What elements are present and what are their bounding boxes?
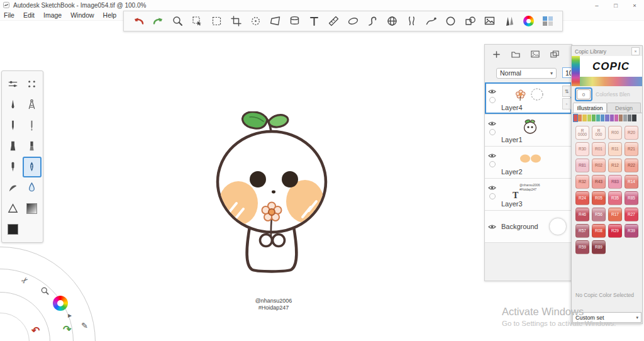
layer-menu-button[interactable]: ◦ — [562, 98, 571, 109]
copic-chip-R56[interactable]: R56 — [592, 208, 606, 221]
layer-reorder-button[interactable]: ⇅ — [562, 86, 571, 97]
visibility-eye-icon[interactable] — [488, 86, 496, 97]
brush-library-icon[interactable] — [502, 15, 515, 28]
visibility-eye-icon[interactable] — [488, 150, 496, 161]
layout-icon[interactable] — [541, 15, 554, 28]
color-wheel-puck-icon[interactable] — [53, 296, 68, 311]
copic-chip-R24[interactable]: R24 — [575, 191, 589, 205]
minimize-button[interactable]: – — [587, 0, 606, 10]
copic-group-12[interactable] — [628, 115, 631, 121]
symmetry-icon[interactable] — [405, 15, 418, 28]
predictive-stroke-icon[interactable] — [425, 15, 437, 28]
copic-group-3[interactable] — [587, 115, 591, 121]
copic-chip-R11[interactable]: R11 — [608, 142, 622, 156]
menu-help[interactable]: Help — [99, 11, 122, 19]
layer-lock-toggle[interactable] — [489, 161, 496, 167]
selection-icon[interactable] — [191, 15, 203, 28]
copic-group-1[interactable] — [578, 115, 582, 121]
layer-lock-toggle[interactable] — [489, 193, 496, 199]
copic-chip-R39[interactable]: R39 — [625, 224, 638, 238]
play-triangle-icon[interactable]: ▸ — [68, 311, 72, 320]
pencil-puck-icon[interactable]: ✎ — [81, 321, 88, 330]
marquee-icon[interactable] — [210, 15, 223, 28]
copic-chip-R01[interactable]: R01 — [592, 142, 606, 156]
tool-pencil[interactable] — [3, 115, 23, 136]
layer-row-background[interactable]: Background — [485, 211, 572, 243]
tool-solid-fill[interactable] — [3, 219, 23, 240]
copic-chip-R85[interactable]: R85 — [625, 191, 638, 205]
tool-paintbrush[interactable] — [3, 94, 23, 115]
copic-chip-R21[interactable]: R21 — [625, 142, 638, 156]
redo-puck-icon[interactable]: ↷ — [63, 323, 71, 335]
layer-row-layer3[interactable]: @nhansu2006#Hoidap247TLayer3 — [485, 179, 572, 211]
copic-group-10[interactable] — [619, 115, 623, 121]
menu-edit[interactable]: Edit — [19, 11, 40, 19]
copic-chip-R30[interactable]: R30 — [575, 142, 589, 156]
text-icon[interactable] — [308, 15, 320, 28]
layer-stack-button[interactable] — [550, 50, 559, 58]
visibility-eye-icon[interactable] — [488, 118, 496, 129]
copic-chip-R000[interactable]: R 000 — [592, 126, 606, 140]
copic-chip-R83[interactable]: R83 — [608, 175, 622, 189]
menu-window[interactable]: Window — [67, 11, 99, 19]
layer-folder-button[interactable] — [511, 50, 520, 58]
copic-group-5[interactable] — [596, 115, 600, 121]
tool-gradient-fill[interactable] — [23, 198, 42, 219]
perspective-icon[interactable] — [386, 15, 398, 28]
zoom-puck-icon[interactable] — [40, 286, 50, 298]
crop-icon[interactable] — [230, 15, 242, 28]
close-icon[interactable]: × — [631, 47, 640, 55]
copic-group-2[interactable] — [582, 115, 586, 121]
redo-icon[interactable] — [152, 15, 164, 28]
background-color-swatch[interactable] — [549, 218, 567, 235]
copic-group-6[interactable] — [601, 115, 604, 121]
zoom-icon[interactable] — [171, 15, 184, 28]
copic-chip-R29[interactable]: R29 — [608, 224, 622, 238]
menu-file[interactable]: File — [0, 11, 19, 19]
distort-icon[interactable] — [269, 15, 281, 28]
fill-icon[interactable] — [288, 15, 301, 28]
copic-chip-R32[interactable]: R32 — [575, 175, 589, 189]
copic-group-0[interactable] — [574, 115, 577, 121]
custom-set-select[interactable]: Custom set ▾ — [572, 312, 641, 323]
copic-group-13[interactable] — [632, 115, 636, 121]
add-layer-button[interactable] — [492, 50, 501, 59]
visibility-eye-icon[interactable] — [488, 221, 496, 232]
copic-chip-R00[interactable]: R00 — [608, 126, 622, 140]
tool-smear-triangle[interactable] — [3, 198, 23, 219]
circle-icon[interactable] — [444, 15, 457, 28]
copic-chip-R27[interactable]: R27 — [625, 208, 638, 221]
colorless-blender-chip[interactable]: 0 — [575, 87, 592, 101]
tool-felt-pen[interactable] — [3, 157, 23, 177]
tool-brush-settings[interactable] — [3, 74, 23, 94]
ruler-icon[interactable] — [327, 15, 340, 28]
copic-chip-R12[interactable]: R12 — [608, 159, 622, 172]
copic-tab-design[interactable]: Design — [607, 103, 641, 113]
blend-mode-select[interactable]: Normal ▾ — [496, 68, 557, 79]
menu-image[interactable]: Image — [40, 11, 67, 19]
undo-puck-icon[interactable]: ↶ — [31, 325, 40, 337]
copic-chip-R08[interactable]: R08 — [592, 224, 606, 238]
layer-lock-toggle[interactable] — [489, 129, 496, 135]
layer-lock-toggle[interactable] — [489, 97, 496, 103]
visibility-eye-icon[interactable] — [488, 182, 496, 193]
copic-chip-R43[interactable]: R43 — [592, 175, 606, 189]
copic-chip-R0000[interactable]: R 0000 — [575, 126, 589, 140]
copic-chip-R20[interactable]: R20 — [625, 126, 638, 140]
undo-icon[interactable] — [132, 15, 145, 28]
tool-water-drop[interactable] — [23, 177, 42, 198]
copic-chip-R17[interactable]: R17 — [608, 208, 622, 221]
import-image-icon[interactable] — [483, 15, 496, 28]
shapes-icon[interactable] — [464, 15, 476, 28]
color-wheel-icon[interactable] — [522, 15, 535, 28]
layer-row-layer4[interactable]: Layer4⇅◦ — [485, 82, 572, 115]
copic-chip-R81[interactable]: R81 — [575, 159, 589, 172]
layer-row-layer2[interactable]: Layer2 — [485, 147, 572, 179]
tool-airbrush[interactable] — [23, 94, 42, 115]
maximize-button[interactable]: □ — [606, 0, 625, 10]
close-button[interactable]: × — [625, 0, 644, 10]
tool-ballpoint-pen[interactable] — [23, 115, 42, 136]
french-curve-icon[interactable] — [366, 15, 379, 28]
copic-chip-R46[interactable]: R46 — [575, 208, 589, 221]
import-image-button[interactable] — [531, 50, 540, 58]
